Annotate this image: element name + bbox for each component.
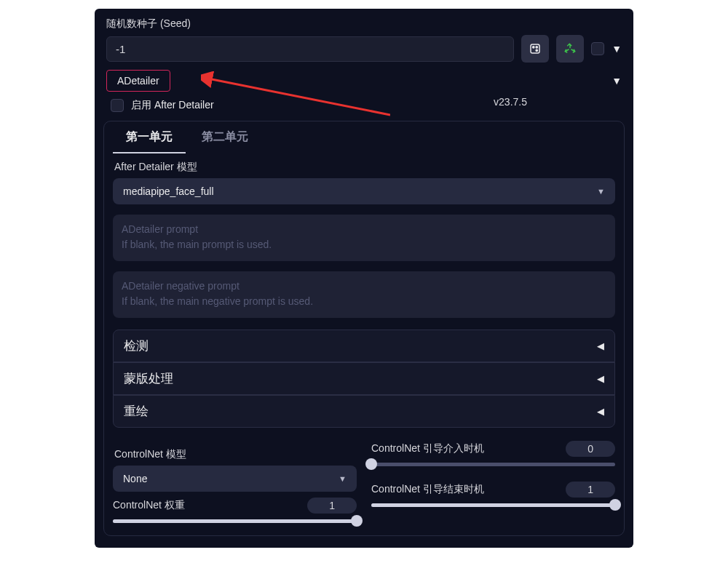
dice-icon (529, 42, 542, 55)
arrow-annotation (201, 71, 390, 122)
adetailer-header[interactable]: ADetailer ▼ v23.7.5 (106, 70, 622, 92)
accordion-inpaint[interactable]: 重绘 ◀ (113, 395, 615, 428)
cn-weight-slider[interactable] (113, 516, 357, 525)
cn-start-slider[interactable] (371, 460, 615, 468)
cn-weight-value[interactable]: 1 (307, 498, 357, 514)
cn-model-select[interactable]: None ▼ (113, 466, 357, 492)
tab-unit-1[interactable]: 第一单元 (113, 121, 186, 153)
expand-seed-icon[interactable]: ▼ (612, 43, 622, 55)
dice-button[interactable] (521, 35, 549, 63)
adetailer-content: 第一单元 第二单元 After Detailer 模型 mediapipe_fa… (103, 121, 625, 536)
neg-prompt-placeholder-1: ADetailer negative prompt (122, 279, 606, 294)
cn-end-slider[interactable] (371, 500, 615, 509)
prompt-textarea[interactable]: ADetailer prompt If blank, the main prom… (113, 215, 615, 261)
recycle-icon (563, 42, 577, 55)
accordion-inpaint-label: 重绘 (124, 403, 149, 420)
accordion-detection[interactable]: 检测 ◀ (113, 330, 615, 362)
tab-unit-2[interactable]: 第二单元 (189, 121, 261, 153)
recycle-button[interactable] (556, 35, 584, 63)
collapse-icon[interactable]: ▼ (612, 75, 622, 87)
extra-seed-checkbox[interactable] (591, 42, 604, 55)
cn-end-value[interactable]: 1 (566, 482, 615, 498)
neg-prompt-placeholder-2: If blank, the main negative prompt is us… (122, 294, 606, 309)
model-label: After Detailer 模型 (114, 161, 614, 174)
chevron-left-icon: ◀ (597, 373, 604, 384)
model-select[interactable]: mediapipe_face_full ▼ (113, 178, 615, 204)
svg-point-1 (533, 47, 534, 48)
chevron-down-icon: ▼ (597, 187, 605, 196)
chevron-left-icon: ◀ (597, 340, 604, 351)
chevron-left-icon: ◀ (597, 406, 604, 417)
svg-rect-0 (531, 44, 539, 53)
svg-point-2 (536, 49, 537, 51)
prompt-placeholder-1: ADetailer prompt (122, 222, 606, 237)
seed-label: 随机数种子 (Seed) (106, 17, 622, 31)
chevron-down-icon: ▼ (339, 474, 347, 483)
enable-adetailer-checkbox[interactable] (111, 99, 124, 112)
cn-end-label: ControlNet 引导结束时机 (371, 483, 484, 496)
cn-model-value: None (123, 473, 147, 484)
seed-input[interactable] (106, 36, 514, 62)
adetailer-title: ADetailer (106, 70, 170, 92)
svg-point-3 (536, 47, 537, 48)
enable-adetailer-label: 启用 After Detailer (131, 99, 214, 112)
settings-panel: 随机数种子 (Seed) ▼ ADetailer ▼ v23.7.5 启用 (95, 9, 633, 548)
accordion-detection-label: 检测 (124, 338, 149, 354)
model-value: mediapipe_face_full (123, 185, 214, 197)
cn-model-label: ControlNet 模型 (114, 448, 355, 461)
cn-start-label: ControlNet 引导介入时机 (371, 442, 484, 455)
accordion-mask[interactable]: 蒙版处理 ◀ (113, 362, 615, 395)
version-label: v23.7.5 (494, 96, 527, 108)
prompt-placeholder-2: If blank, the main prompt is used. (122, 237, 606, 252)
cn-start-value[interactable]: 0 (566, 441, 615, 457)
cn-weight-label: ControlNet 权重 (113, 499, 185, 512)
accordion-mask-label: 蒙版处理 (124, 370, 173, 387)
negative-prompt-textarea[interactable]: ADetailer negative prompt If blank, the … (113, 271, 615, 318)
